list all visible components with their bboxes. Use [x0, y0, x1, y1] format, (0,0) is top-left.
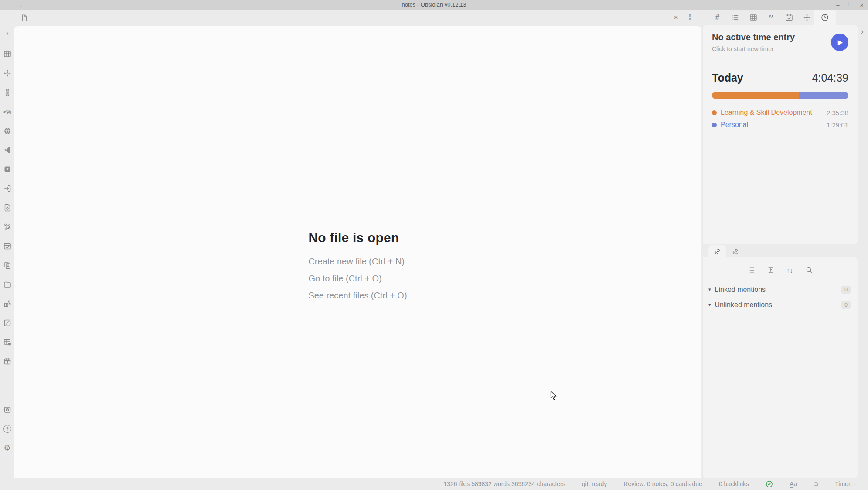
start-timer-button[interactable]: ▶: [831, 34, 848, 51]
tab-quotes[interactable]: ”: [762, 10, 780, 25]
progress-segment: [799, 92, 848, 99]
today-total-time: 4:04:39: [812, 72, 848, 84]
pane-menu-button[interactable]: ⋮: [687, 13, 693, 21]
unlinked-mentions-header[interactable]: ▾ Unlinked mentions 0: [703, 297, 858, 312]
statusbar: 1326 files 589832 words 3696234 characte…: [0, 478, 868, 490]
tab-tags[interactable]: #: [708, 10, 726, 25]
ribbon-sign-in-button[interactable]: [3, 184, 12, 193]
ribbon-publish-button[interactable]: [3, 127, 12, 135]
show-more-context-button[interactable]: [766, 265, 776, 275]
mini-window-icon: [814, 482, 818, 487]
blocks-grid-icon: [3, 299, 12, 308]
tab-table[interactable]: [744, 10, 762, 25]
section-label: Linked mentions: [715, 286, 842, 294]
spread-tab-icon: [803, 13, 811, 22]
change-sort-order-button[interactable]: ↑↓: [785, 265, 795, 275]
timer-panel: No active time entry Click to start new …: [703, 25, 858, 244]
today-label: Today: [712, 72, 743, 84]
timer-status-subtitle: Click to start new timer: [712, 45, 795, 52]
linked-mentions-header[interactable]: ▾ Linked mentions 0: [703, 282, 858, 297]
ribbon-vscode-button[interactable]: [3, 146, 12, 154]
project-color-dot: [712, 110, 717, 115]
ribbon-review-button[interactable]: [3, 242, 12, 250]
search-icon: [805, 266, 814, 274]
create-new-file-link[interactable]: Create new file (Ctrl + N): [308, 257, 407, 267]
table-tab-icon: [749, 13, 758, 22]
legend-row: Personal 1:29:01: [712, 119, 848, 131]
templater-icon: <%: [3, 109, 11, 115]
help-button[interactable]: ?: [3, 425, 12, 433]
search-button[interactable]: [804, 265, 814, 275]
ribbon-daily-note-button[interactable]: [3, 357, 12, 366]
ribbon-table-button[interactable]: [3, 50, 12, 58]
tab-timer[interactable]: [814, 10, 836, 25]
expand-right-sidebar-button[interactable]: ›: [861, 27, 864, 36]
tab-calendar[interactable]: [780, 10, 798, 25]
history-back-button[interactable]: ←: [19, 2, 25, 8]
collapse-results-button[interactable]: [747, 265, 756, 275]
expand-left-sidebar-button[interactable]: ›: [3, 28, 12, 37]
ribbon-blocks-button[interactable]: [3, 299, 12, 308]
timer-status-card[interactable]: No active time entry Click to start new …: [703, 25, 858, 52]
minimize-button[interactable]: –: [836, 2, 839, 8]
ribbon-templater-button[interactable]: <%: [3, 107, 12, 116]
obsidian-window: ← → notes - Obsidian v0.12.13 – □ × ›: [0, 0, 868, 490]
tab-outline[interactable]: [726, 10, 744, 25]
play-icon: ▶: [838, 38, 843, 46]
ribbon-folder-button[interactable]: [3, 280, 12, 289]
timer-status[interactable]: Timer: -: [835, 480, 856, 487]
right-edge-strip: ›: [859, 10, 868, 478]
check-circle-icon: [766, 480, 773, 488]
see-recent-files-link[interactable]: See recent files (Ctrl + O): [308, 291, 407, 301]
project-link[interactable]: Learning & Skill Development: [721, 109, 827, 117]
close-pane-button[interactable]: ×: [674, 13, 678, 23]
backlinks-panel: ↑↓ ▾ Linked mentions 0 ▾ Unlinked mentio…: [703, 257, 858, 478]
expand-vertical-icon: [766, 266, 775, 274]
table-icon: [3, 50, 12, 58]
git-status: git: ready: [582, 480, 607, 487]
progress-segment: [712, 92, 799, 99]
gear-icon: ⚙: [3, 444, 10, 452]
left-ribbon: › <%: [0, 10, 14, 478]
today-progress-bar: [712, 92, 848, 99]
globe-icon: [3, 127, 12, 135]
outline-list-icon: [731, 13, 740, 22]
project-time: 2:35:38: [827, 109, 848, 117]
mini-panel-button[interactable]: [814, 482, 818, 487]
ribbon-spread-button[interactable]: [3, 69, 12, 78]
project-time: 1:29:01: [827, 121, 848, 129]
ribbon-sticker-button[interactable]: [3, 165, 12, 174]
history-forward-button[interactable]: →: [37, 2, 43, 8]
empty-state: No file is open Create new file (Ctrl + …: [308, 230, 407, 308]
tab-spread[interactable]: [798, 10, 816, 25]
bullet-list-icon: [747, 266, 756, 274]
calendar-check-tab-icon: [785, 13, 793, 22]
tab-backlinks[interactable]: [708, 245, 726, 257]
calendar-check-icon: [3, 242, 12, 250]
sync-ok-button[interactable]: [766, 480, 773, 488]
project-link[interactable]: Personal: [721, 121, 827, 129]
main-pane: × ⋮ No file is open Create new file (Ctr…: [14, 10, 701, 478]
ribbon-document-settings-button[interactable]: [3, 203, 12, 212]
close-window-button[interactable]: ×: [860, 1, 864, 9]
editor-area: No file is open Create new file (Ctrl + …: [14, 26, 701, 478]
maximize-button[interactable]: □: [848, 2, 851, 7]
file-icon: [20, 14, 28, 22]
go-to-file-link[interactable]: Go to file (Ctrl + O): [308, 274, 407, 284]
right-sidebar: # ” No active time entry Click t: [701, 10, 859, 478]
ribbon-pin-button[interactable]: [3, 88, 12, 97]
pane-tab[interactable]: [20, 14, 28, 22]
empty-state-title: No file is open: [308, 230, 407, 245]
tab-outgoing-links[interactable]: [726, 245, 744, 257]
case-toggle-button[interactable]: Aa: [790, 480, 797, 488]
timer-status-title: No active time entry: [712, 32, 795, 42]
chevron-right-icon: ›: [6, 28, 9, 37]
ribbon-graph-button[interactable]: [3, 223, 12, 231]
vault-switcher-button[interactable]: [3, 405, 12, 414]
settings-button[interactable]: ⚙: [3, 444, 12, 452]
ribbon-random-note-button[interactable]: [3, 319, 12, 327]
ribbon-database-button[interactable]: [3, 338, 12, 346]
sign-in-icon: [3, 184, 12, 193]
backlinks-tabbar: [701, 245, 859, 257]
ribbon-copy-button[interactable]: [3, 261, 12, 270]
